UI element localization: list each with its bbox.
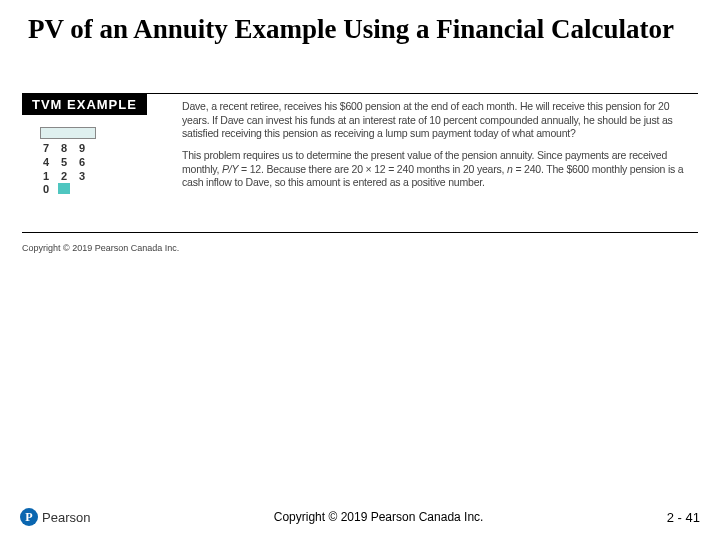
pearson-logo: P Pearson (20, 508, 90, 526)
inner-copyright: Copyright © 2019 Pearson Canada Inc. (22, 243, 720, 253)
calc-key: 6 (76, 156, 88, 170)
calc-display (40, 127, 96, 139)
calc-key: 5 (58, 156, 70, 170)
calc-key: 2 (58, 170, 70, 184)
calc-key: 3 (76, 170, 88, 184)
calc-blank-key (58, 183, 70, 194)
footer: P Pearson Copyright © 2019 Pearson Canad… (0, 508, 720, 526)
py-var: P/Y (222, 163, 238, 175)
calculator-icon: 7 8 9 4 5 6 1 2 3 0 (40, 127, 96, 197)
calc-key: 9 (76, 142, 88, 156)
problem-p1: Dave, a recent retiree, receives his $60… (182, 100, 688, 141)
p2b: = 12. Because there are 20 × 12 = 240 mo… (238, 163, 507, 175)
calc-key: 8 (58, 142, 70, 156)
problem-p2: This problem requires us to determine th… (182, 149, 688, 190)
slide-title: PV of an Annuity Example Using a Financi… (0, 0, 720, 45)
pearson-badge-icon: P (20, 508, 38, 526)
tvm-label: TVM EXAMPLE (22, 94, 147, 115)
slide-number: 2 - 41 (667, 510, 700, 525)
tvm-example-box: TVM EXAMPLE 7 8 9 4 5 6 1 2 3 0 (22, 93, 698, 233)
pearson-logo-text: Pearson (42, 510, 90, 525)
example-text: Dave, a recent retiree, receives his $60… (172, 94, 698, 232)
calc-key: 1 (40, 170, 52, 184)
footer-copyright: Copyright © 2019 Pearson Canada Inc. (90, 510, 666, 524)
calc-key: 4 (40, 156, 52, 170)
calc-key: 0 (40, 183, 52, 197)
example-left-col: TVM EXAMPLE 7 8 9 4 5 6 1 2 3 0 (22, 94, 172, 232)
calc-key: 7 (40, 142, 52, 156)
